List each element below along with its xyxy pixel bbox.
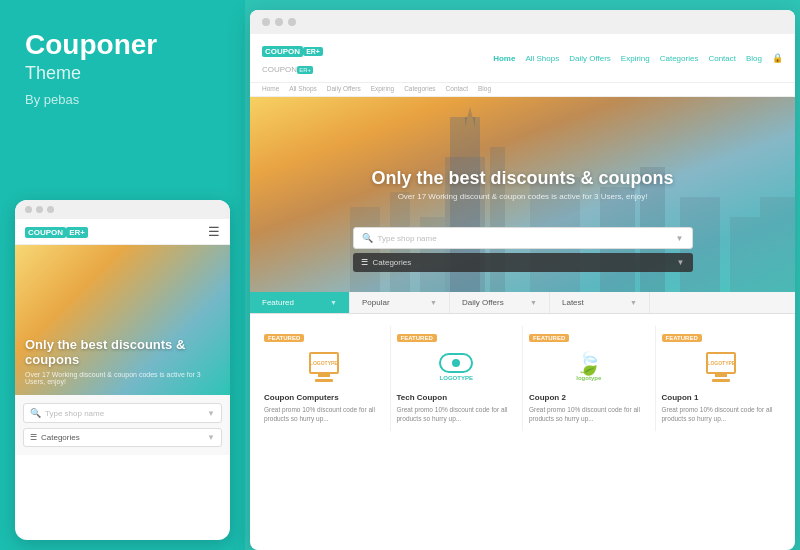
tab-daily-offers-arrow: ▼: [530, 299, 537, 306]
card-4-desc: Great promo 10% discount code for all pr…: [662, 405, 782, 423]
nav-sub-blog: Blog: [478, 85, 491, 92]
mobile-search-area: 🔍 Type shop name ▼ ☰ Categories ▼: [15, 395, 230, 455]
mobile-hero-subtitle: Over 17 Working discount & coupon codes …: [25, 371, 220, 385]
mobile-search-placeholder: Type shop name: [45, 409, 207, 418]
card-3-badge: FEATURED: [529, 334, 569, 342]
desktop-categories-label: Categories: [373, 258, 677, 267]
desktop-hero: Only the best discounts & coupons Over 1…: [250, 97, 795, 292]
mobile-categories-bar[interactable]: ☰ Categories ▼: [23, 428, 222, 447]
app-author: By pebas: [25, 92, 220, 107]
tab-daily-offers[interactable]: Daily Offers ▼: [450, 292, 550, 313]
mobile-logo-text: COUPON: [25, 227, 66, 238]
tab-featured-label: Featured: [262, 298, 294, 307]
desktop-categories-icon: ☰: [361, 258, 368, 267]
tab-popular-label: Popular: [362, 298, 390, 307]
desktop-logo-badge2: ER+: [297, 66, 313, 74]
monitor-icon-2: LOGOTYPE: [706, 352, 736, 382]
card-1-desc: Great promo 10% discount code for all pr…: [264, 405, 384, 423]
desktop-tabs: Featured ▼ Popular ▼ Daily Offers ▼ Late…: [250, 292, 795, 314]
mobile-logo: COUPONER+: [25, 226, 88, 237]
monitor-screen-text-2: LOGOTYPE: [707, 360, 735, 366]
card-2-desc: Great promo 10% discount code for all pr…: [397, 405, 517, 423]
leaf-icon: 🍃 logotype: [575, 353, 602, 381]
desktop-search-bar[interactable]: 🔍 Type shop name ▼: [353, 227, 693, 249]
desktop-hero-title: Only the best discounts & coupons: [371, 168, 673, 190]
tab-latest-arrow: ▼: [630, 299, 637, 306]
desktop-dot-2: [275, 18, 283, 26]
mobile-hero: Only the best discounts & coupons Over 1…: [15, 245, 230, 395]
mobile-search-icon: 🔍: [30, 408, 41, 418]
nav-lock-icon: 🔒: [772, 53, 783, 63]
nav-sub-dailyoffers: Daily Offers: [327, 85, 361, 92]
nav-sub-allshops: All Shops: [289, 85, 316, 92]
nav-link-home[interactable]: Home: [493, 54, 515, 63]
card-1-badge: FEATURED: [264, 334, 304, 342]
desktop-cards: FEATURED LOGOTYPE Coupon Computers Great…: [250, 314, 795, 431]
tab-latest[interactable]: Latest ▼: [550, 292, 650, 313]
nav-sub-categories: Categories: [404, 85, 435, 92]
mobile-dot-2: [36, 206, 43, 213]
eye-icon: LOGOTYPE: [439, 353, 473, 381]
card-coupon-2: FEATURED 🍃 logotype Coupon 2 Great promo…: [523, 326, 656, 431]
nav-link-dailyoffers[interactable]: Daily Offers: [569, 54, 611, 63]
mobile-search-bar[interactable]: 🔍 Type shop name ▼: [23, 403, 222, 423]
desktop-titlebar: [250, 10, 795, 34]
mobile-logo-badge: ER+: [66, 227, 88, 238]
desktop-search-overlay: 🔍 Type shop name ▼ ☰ Categories ▼: [353, 227, 693, 272]
desktop-categories-bar[interactable]: ☰ Categories ▼: [353, 253, 693, 272]
card-1-title: Coupon Computers: [264, 393, 384, 402]
desktop-logo-word2: COUPON: [262, 65, 297, 74]
desktop-logo-word: COUPON: [262, 46, 303, 57]
tab-popular-arrow: ▼: [430, 299, 437, 306]
mobile-hero-title: Only the best discounts & coupons: [25, 337, 220, 368]
monitor-icon: LOGOTYPE: [309, 352, 339, 382]
mobile-mockup: COUPONER+ ☰ Only the best discounts & co…: [15, 200, 230, 540]
mobile-dot-3: [47, 206, 54, 213]
desktop-search-icon: 🔍: [362, 233, 373, 243]
nav-link-blog[interactable]: Blog: [746, 54, 762, 63]
mobile-titlebar: [15, 200, 230, 219]
card-coupon-1: FEATURED LOGOTYPE Coupon 1 Great promo 1…: [656, 326, 788, 431]
nav-link-contact[interactable]: Contact: [708, 54, 736, 63]
desktop-logo-text: COUPONER+: [262, 45, 323, 56]
desktop-categories-down-icon: ▼: [677, 258, 685, 267]
monitor-screen-text: LOGOTYPE: [310, 360, 338, 366]
mobile-hamburger-icon[interactable]: ☰: [208, 224, 220, 239]
card-4-badge: FEATURED: [662, 334, 702, 342]
desktop-mockup: COUPONER+ COUPONER+ Home All Shops Daily…: [250, 10, 795, 550]
card-4-title: Coupon 1: [662, 393, 782, 402]
tab-featured-arrow: ▼: [330, 299, 337, 306]
svg-rect-11: [730, 217, 760, 292]
card-2-title: Tech Coupon: [397, 393, 517, 402]
tab-featured[interactable]: Featured ▼: [250, 292, 350, 313]
nav-link-categories[interactable]: Categories: [660, 54, 699, 63]
desktop-nav-logo: COUPONER+ COUPONER+: [262, 40, 323, 76]
nav-link-allshops[interactable]: All Shops: [525, 54, 559, 63]
nav-sub-home: Home: [262, 85, 279, 92]
mobile-header: COUPONER+ ☰: [15, 219, 230, 245]
card-1-logo: LOGOTYPE: [264, 347, 384, 387]
desktop-dot-1: [262, 18, 270, 26]
svg-rect-12: [760, 197, 795, 292]
desktop-dot-3: [288, 18, 296, 26]
desktop-search-down-icon: ▼: [676, 234, 684, 243]
mobile-categories-label: Categories: [41, 433, 207, 442]
app-subtitle: Theme: [25, 63, 220, 84]
card-3-logo: 🍃 logotype: [529, 347, 649, 387]
left-panel: Couponer Theme By pebas COUPONER+ ☰ Only…: [0, 0, 245, 550]
app-title: Couponer: [25, 30, 220, 61]
nav-link-expiring[interactable]: Expiring: [621, 54, 650, 63]
card-2-logo: LOGOTYPE: [397, 347, 517, 387]
desktop-logo-text2: COUPONER+: [262, 65, 313, 74]
mobile-categories-icon: ☰: [30, 433, 37, 442]
leaf-symbol: 🍃: [575, 353, 602, 375]
mobile-categories-arrow-icon: ▼: [207, 433, 215, 442]
mobile-search-arrow-icon: ▼: [207, 409, 215, 418]
tab-popular[interactable]: Popular ▼: [350, 292, 450, 313]
desktop-hero-content: Only the best discounts & coupons Over 1…: [371, 168, 673, 202]
card-3-title: Coupon 2: [529, 393, 649, 402]
card-coupon-computers: FEATURED LOGOTYPE Coupon Computers Great…: [258, 326, 391, 431]
tab-latest-label: Latest: [562, 298, 584, 307]
desktop-logo-badge: ER+: [303, 47, 323, 56]
card-2-badge: FEATURED: [397, 334, 437, 342]
